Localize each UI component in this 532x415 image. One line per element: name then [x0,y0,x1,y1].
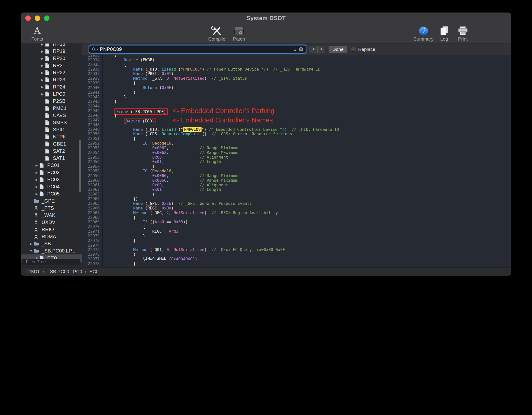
sidebar-item-sat1[interactable]: SAT1 [21,155,82,162]
sidebar-item-pc05[interactable]: ▶PC05 [21,190,82,197]
disclosure-right-icon[interactable]: ▶ [34,178,39,181]
code-token: { [105,136,136,141]
sidebar-item-rdma[interactable]: RDMA [21,233,82,240]
sidebar-item-pmc1[interactable]: PMC1 [21,105,82,112]
disclosure-right-icon[interactable]: ▶ [40,85,45,89]
print-button[interactable]: Print [451,24,475,42]
sidebar-item-gbe1[interactable]: GBE1 [21,140,82,148]
sidebar-item-smbs[interactable]: SMBS [21,119,82,126]
code-token: Method [133,247,148,252]
breadcrumb-item[interactable]: EC0 [89,269,98,274]
line-number: 22974 [82,243,103,248]
sidebar-item-rp24[interactable]: ▶RP24 [21,83,82,90]
sidebar-item-rp22[interactable]: ▶RP22 [21,69,82,76]
line-number: 22956 [82,160,103,164]
sidebar-item-_pts[interactable]: _PTS [21,205,82,212]
sidebar-item-rp23[interactable]: ▶RP23 [21,76,82,83]
clear-search-icon[interactable] [299,47,303,52]
titlebar[interactable]: System DSDT [21,13,511,24]
code-token: Method [133,210,148,215]
disclosure-right-icon[interactable]: ▶ [40,71,45,74]
code-token: { [105,113,117,118]
minimize-button[interactable] [35,15,40,21]
disclosure-right-icon[interactable]: ▶ [34,192,39,196]
breadcrumb-item[interactable]: DSDT [27,269,40,274]
sidebar-item-ntpk[interactable]: NTPK [21,133,82,140]
breadcrumb-separator: ▸ [43,269,45,274]
code-token: (_SB.PC00.LPC0) [128,109,166,114]
disclosure-down-icon[interactable]: ▼ [28,249,34,253]
code-line: 22935 { [82,62,511,67]
code-line: 22937 Name (PBST, 0x01) [82,72,511,76]
disclosure-right-icon[interactable]: ▶ [40,50,45,53]
sidebar-item-rp21[interactable]: ▶RP21 [21,62,82,69]
search-field[interactable]: ▾ 1 [89,45,306,54]
sidebar-item-_gpe[interactable]: _GPE [21,197,82,205]
summary-button[interactable]: i Summary [412,24,435,42]
disclosure-right-icon[interactable]: ▶ [40,44,45,46]
disclosure-right-icon[interactable]: ▶ [34,164,39,167]
filter-tree-input[interactable] [26,259,82,265]
code-line: 22944 [82,104,511,109]
code-line: 22939 { [82,81,511,86]
code-text: } [103,238,136,243]
code-token: (_REG, [147,210,166,215]
sidebar-item-pc01[interactable]: ▶PC01 [21,162,82,169]
compile-button[interactable]: Compile [205,24,229,42]
code-token: Decode16 [152,141,171,146]
sidebar-item-pc04[interactable]: ▶PC04 [21,183,82,190]
find-next-button[interactable]: > [317,46,325,53]
sidebar-item-spic[interactable]: SPIC [21,126,82,133]
code-token [105,150,152,155]
disclosure-right-icon[interactable]: ▶ [40,64,45,67]
sidebar-item-p2sb[interactable]: P2SB [21,98,82,105]
sidebar-item-uxdv[interactable]: UXDV [21,219,82,226]
code-token: ResourceTemplate [162,132,200,136]
patch-button[interactable]: Patch [227,24,251,42]
breadcrumb-item[interactable]: _SB.PC00.LPC0 [47,269,82,274]
breadcrumb-separator: ▸ [85,269,87,274]
method-icon [34,206,40,210]
done-button[interactable]: Done [329,46,347,53]
disclosure-right-icon[interactable]: ▶ [40,57,45,60]
sidebar-item-lpc0[interactable]: ▶LPC0 [21,90,82,98]
sidebar-item-pc03[interactable]: ▶PC03 [21,176,82,183]
line-number: 22940 [82,86,103,90]
filter-tree-field[interactable] [22,259,80,265]
disclosure-right-icon[interactable]: ▶ [28,242,34,246]
sidebar-item-_sb[interactable]: ▶_SB [21,240,82,247]
sidebar-item-cavs[interactable]: CAVS [21,112,82,119]
code-token: ) [171,71,174,76]
replace-checkbox[interactable] [351,47,356,52]
code-token [105,159,152,164]
disclosure-right-icon[interactable]: ▶ [34,185,39,189]
main-content: ▶RP18▶RP19▶RP20▶RP21▶RP22▶RP23▶RP24▶LPC0… [21,44,511,267]
sidebar-item-label: PC01 [47,163,60,168]
sidebar-scrollbar[interactable] [79,140,81,192]
sidebar-item-pc02[interactable]: ▶PC02 [21,169,82,176]
find-previous-button[interactable]: < [310,46,317,53]
folder-icon [34,249,40,253]
code-editor[interactable]: 22933 {22934 Device (PWRB)22935 {22936 N… [82,55,511,267]
sidebar-item-rp19[interactable]: ▶RP19 [21,48,82,55]
disclosure-right-icon[interactable]: ▶ [40,92,45,96]
line-number: 22967 [82,211,103,215]
search-menu-chevron-icon[interactable]: ▾ [97,48,98,51]
line-number: 22957 [82,164,103,169]
disclosure-right-icon[interactable]: ▶ [34,171,39,174]
sidebar-item-_wak[interactable]: _WAK [21,212,82,219]
code-token: // Range Minimum [200,173,237,178]
sidebar-item-sat2[interactable]: SAT2 [21,148,82,155]
sidebar-item-rp20[interactable]: ▶RP20 [21,55,82,62]
disclosure-right-icon[interactable]: ▶ [40,78,45,82]
sidebar: ▶RP18▶RP19▶RP20▶RP21▶RP22▶RP23▶RP24▶LPC0… [21,44,82,267]
search-input[interactable] [100,46,293,52]
zoom-button[interactable] [44,15,49,21]
code-text: Name (PBST, 0x01) [103,72,173,76]
sidebar-item-_sbpc00lp[interactable]: ▼_SB.PC00.LP... [21,247,82,254]
sidebar-item-rrio[interactable]: RRIO [21,226,82,233]
fonts-button[interactable]: A Fonts [25,24,49,42]
close-button[interactable] [25,15,31,21]
code-text: Name (_CRS, ResourceTemplate () // _CRS:… [103,132,292,136]
sidebar-item-rp18[interactable]: ▶RP18 [21,44,82,48]
